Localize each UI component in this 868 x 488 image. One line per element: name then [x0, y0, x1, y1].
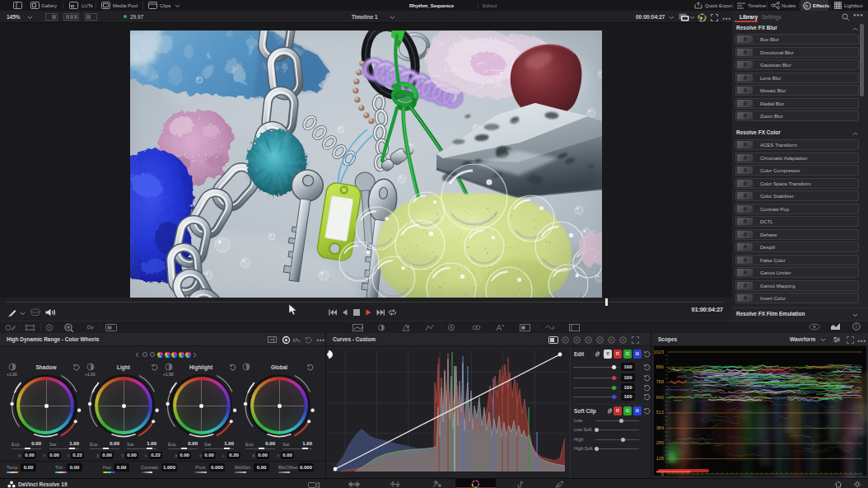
svg-text:fx: fx	[805, 3, 809, 8]
svg-text:i: i	[856, 323, 857, 329]
